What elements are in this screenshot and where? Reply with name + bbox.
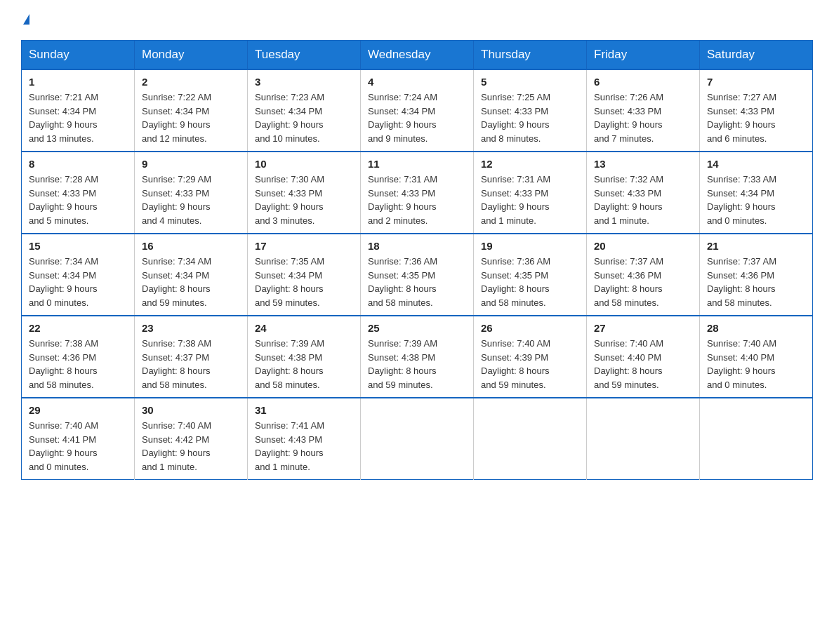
logo-triangle-icon [23,14,29,25]
day-number: 23 [142,322,240,334]
calendar-cell: 16Sunrise: 7:34 AMSunset: 4:34 PMDayligh… [135,234,248,316]
day-info: Sunrise: 7:25 AMSunset: 4:33 PMDaylight:… [481,90,579,145]
weekday-header-tuesday: Tuesday [248,41,361,70]
day-number: 31 [255,404,353,416]
day-info: Sunrise: 7:32 AMSunset: 4:33 PMDaylight:… [594,173,692,227]
day-info: Sunrise: 7:24 AMSunset: 4:34 PMDaylight:… [368,90,466,145]
calendar-cell: 21Sunrise: 7:37 AMSunset: 4:36 PMDayligh… [700,234,813,316]
day-number: 2 [142,76,240,88]
day-info: Sunrise: 7:37 AMSunset: 4:36 PMDaylight:… [707,255,805,309]
day-info: Sunrise: 7:38 AMSunset: 4:36 PMDaylight:… [29,337,127,391]
day-number: 26 [481,322,579,334]
day-number: 12 [481,158,579,170]
calendar-cell: 2Sunrise: 7:22 AMSunset: 4:34 PMDaylight… [135,69,248,152]
calendar-cell: 19Sunrise: 7:36 AMSunset: 4:35 PMDayligh… [474,234,587,316]
calendar-cell: 20Sunrise: 7:37 AMSunset: 4:36 PMDayligh… [587,234,700,316]
calendar-cell: 27Sunrise: 7:40 AMSunset: 4:40 PMDayligh… [587,316,700,398]
day-info: Sunrise: 7:21 AMSunset: 4:34 PMDaylight:… [29,90,127,145]
day-number: 5 [481,76,579,88]
day-info: Sunrise: 7:22 AMSunset: 4:34 PMDaylight:… [142,90,240,145]
calendar-cell: 13Sunrise: 7:32 AMSunset: 4:33 PMDayligh… [587,152,700,234]
day-info: Sunrise: 7:36 AMSunset: 4:35 PMDaylight:… [368,255,466,309]
calendar-cell: 23Sunrise: 7:38 AMSunset: 4:37 PMDayligh… [135,316,248,398]
day-info: Sunrise: 7:31 AMSunset: 4:33 PMDaylight:… [481,173,579,227]
day-number: 19 [481,240,579,252]
calendar-cell: 4Sunrise: 7:24 AMSunset: 4:34 PMDaylight… [361,69,474,152]
calendar-cell: 17Sunrise: 7:35 AMSunset: 4:34 PMDayligh… [248,234,361,316]
week-row-4: 22Sunrise: 7:38 AMSunset: 4:36 PMDayligh… [22,316,813,398]
day-number: 3 [255,76,353,88]
day-number: 29 [29,404,127,416]
calendar-cell: 15Sunrise: 7:34 AMSunset: 4:34 PMDayligh… [22,234,135,316]
day-number: 15 [29,240,127,252]
week-row-3: 15Sunrise: 7:34 AMSunset: 4:34 PMDayligh… [22,234,813,316]
calendar-table: SundayMondayTuesdayWednesdayThursdayFrid… [21,40,813,480]
day-number: 8 [29,158,127,170]
day-number: 17 [255,240,353,252]
day-info: Sunrise: 7:39 AMSunset: 4:38 PMDaylight:… [368,337,466,391]
week-row-1: 1Sunrise: 7:21 AMSunset: 4:34 PMDaylight… [22,69,813,152]
day-number: 30 [142,404,240,416]
calendar-cell: 24Sunrise: 7:39 AMSunset: 4:38 PMDayligh… [248,316,361,398]
day-info: Sunrise: 7:29 AMSunset: 4:33 PMDaylight:… [142,173,240,227]
calendar-cell: 29Sunrise: 7:40 AMSunset: 4:41 PMDayligh… [22,398,135,480]
day-number: 18 [368,240,466,252]
calendar-cell: 1Sunrise: 7:21 AMSunset: 4:34 PMDaylight… [22,69,135,152]
day-number: 24 [255,322,353,334]
day-info: Sunrise: 7:40 AMSunset: 4:42 PMDaylight:… [142,419,240,474]
calendar-cell: 26Sunrise: 7:40 AMSunset: 4:39 PMDayligh… [474,316,587,398]
logo [21,14,29,26]
day-info: Sunrise: 7:39 AMSunset: 4:38 PMDaylight:… [255,337,353,391]
calendar-cell: 12Sunrise: 7:31 AMSunset: 4:33 PMDayligh… [474,152,587,234]
weekday-header-friday: Friday [587,41,700,70]
day-info: Sunrise: 7:26 AMSunset: 4:33 PMDaylight:… [594,90,692,145]
calendar-cell: 18Sunrise: 7:36 AMSunset: 4:35 PMDayligh… [361,234,474,316]
calendar-cell: 3Sunrise: 7:23 AMSunset: 4:34 PMDaylight… [248,69,361,152]
day-number: 13 [594,158,692,170]
day-info: Sunrise: 7:41 AMSunset: 4:43 PMDaylight:… [255,419,353,474]
weekday-header-sunday: Sunday [22,41,135,70]
day-number: 10 [255,158,353,170]
day-info: Sunrise: 7:34 AMSunset: 4:34 PMDaylight:… [142,255,240,309]
calendar-cell: 14Sunrise: 7:33 AMSunset: 4:34 PMDayligh… [700,152,813,234]
weekday-header-monday: Monday [135,41,248,70]
calendar-cell: 28Sunrise: 7:40 AMSunset: 4:40 PMDayligh… [700,316,813,398]
day-info: Sunrise: 7:33 AMSunset: 4:34 PMDaylight:… [707,173,805,227]
day-info: Sunrise: 7:28 AMSunset: 4:33 PMDaylight:… [29,173,127,227]
day-number: 14 [707,158,805,170]
calendar-cell: 7Sunrise: 7:27 AMSunset: 4:33 PMDaylight… [700,69,813,152]
day-number: 9 [142,158,240,170]
day-number: 4 [368,76,466,88]
day-number: 1 [29,76,127,88]
day-number: 20 [594,240,692,252]
calendar-cell: 8Sunrise: 7:28 AMSunset: 4:33 PMDaylight… [22,152,135,234]
day-number: 25 [368,322,466,334]
day-number: 21 [707,240,805,252]
calendar-cell [700,398,813,480]
weekday-header-thursday: Thursday [474,41,587,70]
calendar-cell: 9Sunrise: 7:29 AMSunset: 4:33 PMDaylight… [135,152,248,234]
weekday-header-saturday: Saturday [700,41,813,70]
day-number: 16 [142,240,240,252]
page-header [21,14,813,26]
calendar-cell: 10Sunrise: 7:30 AMSunset: 4:33 PMDayligh… [248,152,361,234]
calendar-cell: 25Sunrise: 7:39 AMSunset: 4:38 PMDayligh… [361,316,474,398]
day-number: 7 [707,76,805,88]
day-info: Sunrise: 7:40 AMSunset: 4:41 PMDaylight:… [29,419,127,474]
day-number: 27 [594,322,692,334]
day-info: Sunrise: 7:40 AMSunset: 4:39 PMDaylight:… [481,337,579,391]
calendar-cell: 11Sunrise: 7:31 AMSunset: 4:33 PMDayligh… [361,152,474,234]
calendar-cell: 6Sunrise: 7:26 AMSunset: 4:33 PMDaylight… [587,69,700,152]
day-info: Sunrise: 7:36 AMSunset: 4:35 PMDaylight:… [481,255,579,309]
calendar-cell: 22Sunrise: 7:38 AMSunset: 4:36 PMDayligh… [22,316,135,398]
week-row-2: 8Sunrise: 7:28 AMSunset: 4:33 PMDaylight… [22,152,813,234]
day-info: Sunrise: 7:40 AMSunset: 4:40 PMDaylight:… [707,337,805,391]
calendar-cell [361,398,474,480]
day-info: Sunrise: 7:40 AMSunset: 4:40 PMDaylight:… [594,337,692,391]
calendar-cell [474,398,587,480]
day-number: 11 [368,158,466,170]
day-number: 28 [707,322,805,334]
calendar-cell: 31Sunrise: 7:41 AMSunset: 4:43 PMDayligh… [248,398,361,480]
calendar-cell [587,398,700,480]
day-number: 22 [29,322,127,334]
